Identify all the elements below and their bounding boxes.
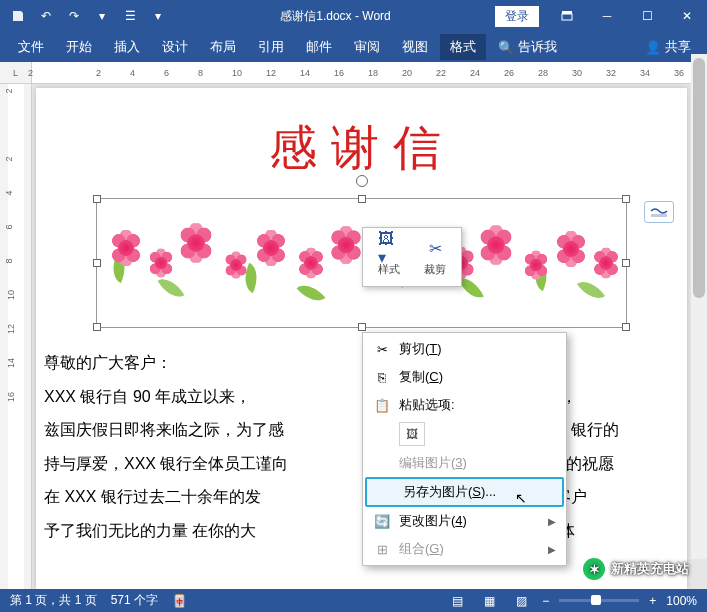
svg-rect-0 (562, 14, 572, 20)
view-read-mode[interactable]: ▤ (446, 592, 468, 610)
vertical-ruler-column: 2246810121416 (0, 84, 32, 589)
vertical-scrollbar[interactable] (691, 54, 707, 559)
window-title: 感谢信1.docx - Word (176, 8, 495, 25)
status-bar: 第 1 页，共 1 页 571 个字 🀄 ▤ ▦ ▨ − + 100% (0, 589, 707, 612)
zoom-out-button[interactable]: − (542, 594, 549, 608)
watermark-text: 新精英充电站 (611, 560, 689, 578)
ctx-edit-picture: 编辑图片(3) (363, 449, 566, 477)
context-menu: ✂剪切(T) ⎘复制(C) 📋粘贴选项: 🖼 编辑图片(3) 另存为图片(S).… (362, 332, 567, 566)
close-button[interactable]: ✕ (667, 0, 707, 32)
rotate-handle[interactable] (356, 175, 368, 187)
tab-references[interactable]: 引用 (248, 34, 294, 60)
watermark: ✶ 新精英充电站 (583, 558, 689, 580)
copy-icon: ⎘ (371, 370, 393, 385)
ribbon-options-button[interactable] (547, 0, 587, 32)
svg-rect-1 (562, 11, 572, 14)
tell-me-label: 告诉我 (518, 38, 557, 56)
tab-design[interactable]: 设计 (152, 34, 198, 60)
mouse-cursor: ↖ (515, 490, 527, 506)
wechat-icon: ✶ (583, 558, 605, 580)
undo-button[interactable]: ↶ (34, 4, 58, 28)
ctx-copy[interactable]: ⎘复制(C) (363, 363, 566, 391)
submenu-arrow-icon: ▶ (548, 516, 556, 527)
touch-mode-button[interactable]: ☰ (118, 4, 142, 28)
tab-layout[interactable]: 布局 (200, 34, 246, 60)
crop-button[interactable]: ✂ 裁剪 (413, 232, 457, 282)
change-picture-icon: 🔄 (371, 514, 393, 529)
submenu-arrow-icon: ▶ (548, 544, 556, 555)
qat-customize-button[interactable]: ▾ (146, 4, 170, 28)
paste-options-row: 🖼 (363, 419, 566, 449)
resize-handle-tr[interactable] (622, 195, 630, 203)
status-language[interactable]: 🀄 (172, 594, 187, 608)
tab-format[interactable]: 格式 (440, 34, 486, 60)
resize-handle-tl[interactable] (93, 195, 101, 203)
paste-icon: 📋 (371, 398, 393, 413)
zoom-slider[interactable] (559, 599, 639, 602)
tell-me-search[interactable]: 🔍 告诉我 (498, 38, 557, 56)
share-button[interactable]: 👤 共享 (637, 34, 699, 60)
resize-handle-ml[interactable] (93, 259, 101, 267)
resize-handle-tm[interactable] (358, 195, 366, 203)
status-page[interactable]: 第 1 页，共 1 页 (10, 592, 97, 609)
maximize-button[interactable]: ☐ (627, 0, 667, 32)
group-icon: ⊞ (371, 542, 393, 557)
picture-style-button[interactable]: 🖼▾ 样式 (367, 232, 411, 282)
status-word-count[interactable]: 571 个字 (111, 592, 158, 609)
scrollbar-thumb[interactable] (693, 58, 705, 298)
ribbon-tabs: 文件 开始 插入 设计 布局 引用 邮件 审阅 视图 格式 🔍 告诉我 👤 共享 (0, 32, 707, 62)
paste-option-picture[interactable]: 🖼 (399, 422, 425, 446)
tab-home[interactable]: 开始 (56, 34, 102, 60)
tab-insert[interactable]: 插入 (104, 34, 150, 60)
save-button[interactable] (6, 4, 30, 28)
share-label: 共享 (665, 38, 691, 56)
mini-toolbar: 🖼▾ 样式 ✂ 裁剪 (362, 227, 462, 287)
crop-icon: ✂ (424, 237, 446, 259)
quick-access-toolbar: ↶ ↷ ▾ ☰ ▾ (0, 4, 176, 28)
tab-view[interactable]: 视图 (392, 34, 438, 60)
tab-review[interactable]: 审阅 (344, 34, 390, 60)
resize-handle-mr[interactable] (622, 259, 630, 267)
ruler-area: L 224681012141618202224262830323436 (0, 62, 707, 84)
svg-rect-2 (651, 214, 667, 217)
view-web-layout[interactable]: ▨ (510, 592, 532, 610)
workspace: 2246810121416 感谢信 (0, 84, 707, 589)
minimize-button[interactable]: ─ (587, 0, 627, 32)
picture-style-label: 样式 (378, 262, 400, 277)
redo-button[interactable]: ↷ (62, 4, 86, 28)
resize-handle-bm[interactable] (358, 323, 366, 331)
crop-label: 裁剪 (424, 262, 446, 277)
resize-handle-bl[interactable] (93, 323, 101, 331)
horizontal-ruler[interactable]: 224681012141618202224262830323436 (32, 62, 707, 83)
vertical-ruler[interactable]: 2246810121416 (8, 84, 24, 589)
ctx-change-picture[interactable]: 🔄更改图片(4)▶ (363, 507, 566, 535)
zoom-in-button[interactable]: + (649, 594, 656, 608)
view-print-layout[interactable]: ▦ (478, 592, 500, 610)
qat-more-button[interactable]: ▾ (90, 4, 114, 28)
cut-icon: ✂ (371, 342, 393, 357)
ctx-group: ⊞组合(G)▶ (363, 535, 566, 563)
tab-mailings[interactable]: 邮件 (296, 34, 342, 60)
zoom-level[interactable]: 100% (666, 594, 697, 608)
tab-file[interactable]: 文件 (8, 34, 54, 60)
picture-style-icon: 🖼▾ (378, 237, 400, 259)
layout-options-button[interactable] (644, 201, 674, 223)
resize-handle-br[interactable] (622, 323, 630, 331)
ctx-cut[interactable]: ✂剪切(T) (363, 335, 566, 363)
login-button[interactable]: 登录 (495, 6, 539, 27)
ctx-paste-options: 📋粘贴选项: (363, 391, 566, 419)
title-bar: ↶ ↷ ▾ ☰ ▾ 感谢信1.docx - Word 登录 ─ ☐ ✕ (0, 0, 707, 32)
ctx-save-as-picture[interactable]: 另存为图片(S)... (365, 477, 564, 507)
